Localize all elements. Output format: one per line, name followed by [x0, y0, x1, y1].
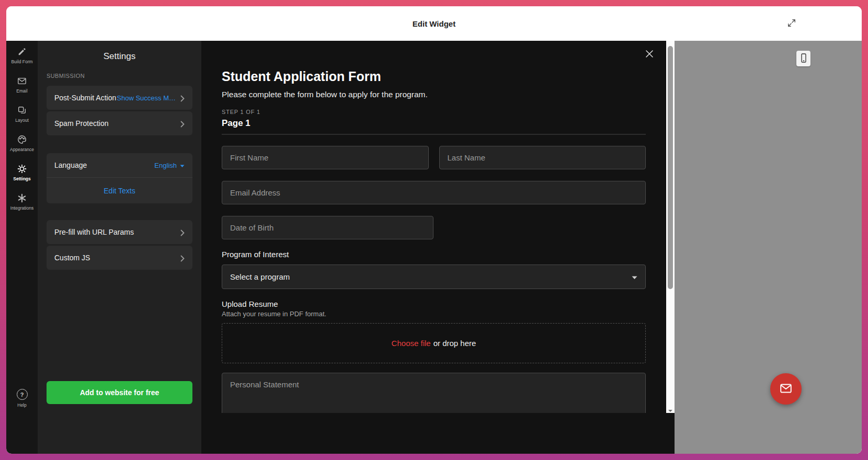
scrollbar-thumb[interactable] — [668, 46, 673, 289]
help-button[interactable]: ? Help — [17, 389, 28, 408]
edit-texts-label: Edit Texts — [104, 187, 135, 195]
gear-icon — [17, 164, 27, 174]
program-select[interactable]: Select a program — [222, 264, 646, 289]
panel-title: Settings — [47, 51, 192, 62]
rail-item-label: Integrations — [10, 205, 33, 211]
chevron-right-icon — [180, 255, 185, 261]
custom-js-label: Custom JS — [54, 254, 90, 262]
language-label: Language — [54, 161, 87, 169]
page-label: Page 1 — [222, 118, 646, 129]
pencil-icon — [17, 47, 27, 56]
widget-preview: Student Application Form Please complete… — [201, 41, 666, 454]
dropzone-text: or drop here — [433, 339, 476, 348]
spam-protection-label: Spam Protection — [54, 119, 109, 128]
rail-item-label: Settings — [13, 176, 31, 181]
help-icon: ? — [17, 389, 28, 400]
rail-item-appearance[interactable]: Appearance — [6, 135, 38, 156]
post-submit-action-label: Post-Submit Action — [54, 94, 116, 102]
scrollbar-column — [666, 41, 675, 454]
choose-file-link[interactable]: Choose file — [392, 339, 431, 348]
spam-protection-item[interactable]: Spam Protection — [47, 111, 192, 135]
modal-content: Build Form Email Layout — [6, 41, 862, 454]
dob-row — [222, 216, 646, 239]
rail-item-label: Email — [16, 88, 27, 94]
personal-statement-textarea[interactable] — [222, 373, 646, 413]
name-row — [222, 146, 646, 169]
modal-header: Edit Widget — [6, 6, 862, 41]
rail-item-settings[interactable]: Settings — [6, 164, 38, 185]
post-submit-action-item[interactable]: Post-Submit Action Show Success M… — [47, 86, 192, 110]
post-submit-action-value: Show Success M… — [117, 94, 176, 102]
program-of-interest-label: Program of Interest — [222, 250, 646, 259]
rail-item-label: Build Form — [11, 59, 32, 64]
date-of-birth-input[interactable] — [222, 216, 433, 239]
email-input[interactable] — [222, 181, 646, 204]
close-icon — [645, 50, 654, 60]
caret-down-icon — [632, 272, 637, 282]
rail-item-build-form[interactable]: Build Form — [6, 47, 38, 68]
settings-panel: Settings SUBMISSION Post-Submit Action S… — [38, 41, 201, 454]
email-row — [222, 181, 646, 204]
expand-icon — [787, 18, 796, 29]
help-label: Help — [17, 402, 26, 408]
rail-item-layout[interactable]: Layout — [6, 106, 38, 126]
phone-icon — [800, 53, 808, 65]
close-button[interactable] — [643, 48, 656, 61]
mobile-view-toggle[interactable] — [796, 51, 810, 66]
program-select-value: Select a program — [230, 272, 290, 281]
contact-bubble-button[interactable] — [770, 373, 802, 405]
layout-icon — [17, 106, 27, 115]
chevron-right-icon — [180, 229, 185, 236]
rail-item-integrations[interactable]: Integrations — [6, 193, 38, 214]
rail-item-email[interactable]: Email — [6, 76, 38, 97]
language-value: English — [154, 162, 177, 169]
rail-item-label: Appearance — [10, 147, 34, 152]
form-subtitle: Please complete the form below to apply … — [222, 90, 646, 99]
upload-resume-hint: Attach your resume in PDF format. — [222, 310, 646, 318]
prefill-label: Pre-fill with URL Params — [54, 228, 134, 236]
prefill-url-params-item[interactable]: Pre-fill with URL Params — [47, 220, 192, 244]
student-application-form: Student Application Form Please complete… — [201, 41, 666, 413]
chevron-right-icon — [180, 95, 185, 101]
puzzle-icon — [17, 193, 27, 203]
file-dropzone[interactable]: Choose file or drop here — [222, 323, 646, 363]
sidebar-rail: Build Form Email Layout — [6, 41, 38, 454]
last-name-input[interactable] — [439, 146, 646, 169]
add-to-website-button[interactable]: Add to website for free — [47, 381, 192, 404]
scroll-down-arrow-icon[interactable] — [668, 406, 673, 411]
expand-button[interactable] — [784, 16, 799, 31]
desktop-background: Edit Widget Build Form — [0, 0, 868, 460]
modal-title: Edit Widget — [413, 19, 455, 28]
upload-resume-label: Upload Resume — [222, 300, 646, 308]
form-title: Student Application Form — [222, 41, 646, 84]
first-name-input[interactable] — [222, 146, 429, 169]
section-label-submission: SUBMISSION — [47, 73, 192, 79]
custom-js-item[interactable]: Custom JS — [47, 246, 192, 270]
step-indicator: STEP 1 OF 1 — [222, 109, 646, 115]
preview-background — [675, 41, 862, 454]
scrollbar-track[interactable] — [666, 41, 675, 413]
preview-viewport: Student Application Form Please complete… — [201, 41, 666, 413]
palette-icon — [17, 135, 27, 144]
edit-widget-modal: Edit Widget Build Form — [6, 6, 862, 454]
rail-item-label: Layout — [15, 118, 29, 123]
caret-down-icon — [180, 160, 185, 170]
page-progress-bar — [222, 134, 646, 135]
envelope-icon — [779, 382, 793, 397]
language-item[interactable]: Language English — [47, 153, 192, 177]
envelope-icon — [17, 76, 27, 86]
edit-texts-link[interactable]: Edit Texts — [47, 178, 192, 203]
chevron-right-icon — [180, 120, 185, 127]
language-card: Language English Edit Texts — [47, 153, 192, 203]
